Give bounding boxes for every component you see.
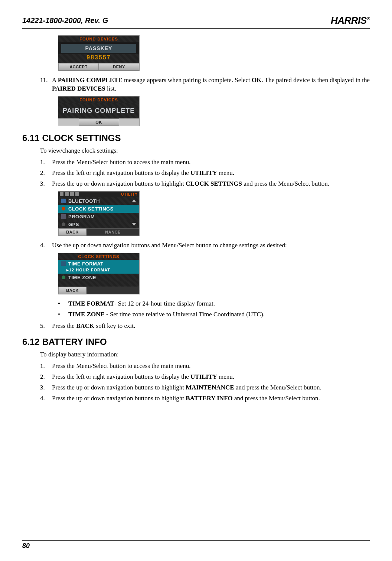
- t: - Set 12 or 24-hour time display format.: [114, 300, 215, 307]
- time-format-value: ▸12 HOUR FORMAT: [58, 268, 139, 274]
- t: MAINTENANCE: [186, 384, 234, 391]
- t: BATTERY INFO: [186, 395, 232, 402]
- tab-label: UTILITY: [121, 192, 138, 196]
- bullet-time-zone: • TIME ZONE - Set time zone relative to …: [58, 310, 370, 319]
- time-format-icon: [61, 261, 66, 266]
- step-number: 4.: [40, 241, 52, 250]
- menu-item-gps[interactable]: GPS: [58, 221, 139, 228]
- intro-612: To display battery information:: [40, 351, 370, 358]
- menu-item-program[interactable]: PROGRAM: [58, 213, 139, 221]
- svg-point-3: [62, 222, 65, 226]
- page-number: 80: [22, 542, 30, 549]
- step-611-2: 2. Press the left or right navigation bu…: [40, 169, 370, 177]
- status-icon: [60, 192, 63, 196]
- menu-item-bluetooth[interactable]: BLUETOOTH: [58, 197, 139, 205]
- gps-icon: [61, 222, 66, 226]
- t: UTILITY: [190, 373, 217, 380]
- heading-6-12: 6.12 BATTERY INFO: [22, 337, 370, 347]
- screenshot-utility-menu: UTILITY BLUETOOTH CLOCK SETTINGS PROGRAM…: [58, 191, 140, 236]
- softkey-ok[interactable]: OK: [79, 118, 119, 126]
- step-text: Press the up or down navigation buttons …: [52, 384, 370, 392]
- step-612-3: 3. Press the up or down navigation butto…: [40, 384, 370, 392]
- step-text: Press the left or right navigation butto…: [52, 169, 370, 177]
- label: CLOCK SETTINGS: [68, 206, 114, 212]
- screen-title: FOUND DEVICES: [58, 36, 139, 42]
- t: soft key to exit.: [94, 322, 135, 329]
- status-icon: [70, 192, 74, 196]
- step-text: Press the left or right navigation butto…: [52, 373, 370, 381]
- t: - Set time zone relative to Universal Ti…: [105, 311, 265, 318]
- t: and press the Menu/Select button.: [233, 395, 320, 402]
- softkey-right-fragment: NANCE: [86, 228, 139, 236]
- t: PAIRING COMPLETE: [58, 76, 122, 84]
- scroll-up-icon: [132, 199, 136, 202]
- step-612-2: 2. Press the left or right navigation bu…: [40, 373, 370, 381]
- bullet-text: TIME FORMAT- Set 12 or 24-hour time disp…: [68, 300, 215, 308]
- t: Press the up or down navigation buttons …: [52, 180, 186, 187]
- passkey-value: 983557: [58, 54, 139, 63]
- step-text: Press the BACK soft key to exit.: [52, 322, 370, 330]
- bullet-text: TIME ZONE - Set time zone relative to Un…: [68, 310, 265, 319]
- step-number: 11.: [40, 76, 52, 93]
- t: Press the up or down navigation buttons …: [52, 395, 186, 402]
- screen-title: FOUND DEVICES: [58, 97, 139, 103]
- t: menu.: [217, 373, 234, 380]
- step-text: Press the Menu/Select button to access t…: [52, 158, 370, 167]
- t: Press the left or right navigation butto…: [52, 373, 190, 380]
- softkey-bar: ACCEPT DENY: [58, 63, 139, 71]
- t: BACK: [76, 322, 94, 329]
- page-footer: 80: [22, 540, 370, 550]
- label: TIME ZONE: [68, 275, 96, 280]
- t: Press the up or down navigation buttons …: [52, 384, 186, 391]
- menu-item-clock-settings[interactable]: CLOCK SETTINGS: [58, 205, 139, 213]
- svg-rect-2: [61, 214, 66, 219]
- step-612-1: 1. Press the Menu/Select button to acces…: [40, 362, 370, 371]
- step-612-4: 4. Press the up or down navigation butto…: [40, 394, 370, 403]
- step-number: 3.: [40, 180, 52, 188]
- t: menu.: [217, 169, 234, 176]
- pairing-message: PAIRING COMPLETE: [58, 103, 139, 118]
- svg-point-5: [62, 275, 65, 279]
- step-611-4: 4. Use the up or down navigation buttons…: [40, 241, 370, 250]
- bullet-dot: •: [58, 310, 68, 319]
- step-number: 1.: [40, 362, 52, 371]
- harris-logo: HARRIS®: [331, 15, 370, 26]
- bullet-time-format: • TIME FORMAT- Set 12 or 24-hour time di…: [58, 300, 370, 308]
- step-text: A PAIRING COMPLETE message appears when …: [52, 76, 370, 93]
- softkey-bar: BACK: [58, 287, 139, 294]
- step-number: 5.: [40, 322, 52, 330]
- menu-item-time-zone[interactable]: TIME ZONE: [58, 274, 139, 281]
- t: and press the Menu/Select button.: [234, 384, 321, 391]
- t: UTILITY: [190, 169, 217, 176]
- step-text: Press the Menu/Select button to access t…: [52, 362, 370, 371]
- step-text: Press the up or down navigation buttons …: [52, 180, 370, 188]
- softkey-deny[interactable]: DENY: [99, 63, 139, 71]
- menu-item-time-format[interactable]: TIME FORMAT: [58, 260, 139, 268]
- document-id: 14221-1800-2000, Rev. G: [22, 16, 108, 25]
- status-icon: [75, 192, 79, 196]
- svg-rect-4: [61, 261, 66, 266]
- step-number: 4.: [40, 394, 52, 403]
- t: Press the: [52, 322, 76, 329]
- softkey-back[interactable]: BACK: [58, 287, 86, 294]
- step-number: 2.: [40, 169, 52, 177]
- softkey-back[interactable]: BACK: [58, 228, 86, 236]
- screenshot-pairing-complete: FOUND DEVICES PAIRING COMPLETE OK: [58, 96, 140, 126]
- t: Press the left or right navigation butto…: [52, 169, 190, 176]
- label: TIME FORMAT: [68, 261, 104, 267]
- svg-point-1: [62, 207, 65, 211]
- time-zone-icon: [61, 275, 66, 280]
- label: PROGRAM: [68, 214, 95, 219]
- step-611-3: 3. Press the up or down navigation butto…: [40, 180, 370, 188]
- spacer: [58, 281, 139, 287]
- softkey-bar: BACK NANCE: [58, 228, 139, 236]
- softkey-bar: OK: [58, 118, 139, 126]
- step-11: 11. A PAIRING COMPLETE message appears w…: [40, 76, 370, 93]
- screenshot-passkey: FOUND DEVICES PASSKEY 983557 ACCEPT DENY: [58, 35, 140, 71]
- step-text: Press the up or down navigation buttons …: [52, 394, 370, 403]
- softkey-blank: [86, 287, 139, 294]
- scroll-down-icon: [132, 223, 136, 226]
- softkey-accept[interactable]: ACCEPT: [58, 63, 99, 71]
- step-number: 2.: [40, 373, 52, 381]
- program-icon: [61, 214, 66, 219]
